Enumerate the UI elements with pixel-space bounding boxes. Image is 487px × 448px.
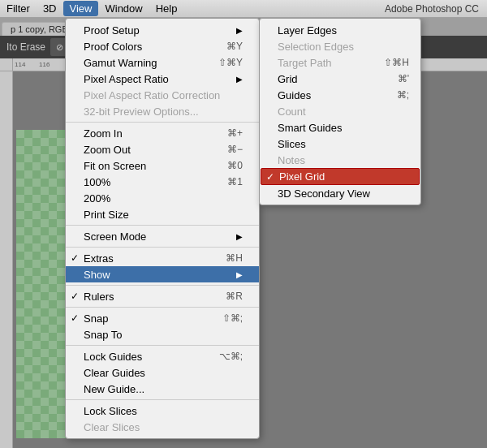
menu-item-rulers[interactable]: ✓ Rulers ⌘R <box>66 288 259 304</box>
shortcut-label: ⌘' <box>398 73 409 84</box>
menu-item-extras[interactable]: ✓ Extras ⌘H <box>66 250 259 266</box>
show-submenu: Layer Edges Selection Edges Target Path … <box>259 18 421 205</box>
menu-3d[interactable]: 3D <box>37 1 63 16</box>
menu-item-clear-guides[interactable]: Clear Guides <box>66 364 259 381</box>
menu-item-lock-guides[interactable]: Lock Guides ⌥⌘; <box>66 348 259 364</box>
shortcut-label: ⌘+ <box>227 127 243 139</box>
menu-item-pixel-aspect-correction: Pixel Aspect Ratio Correction <box>66 87 259 103</box>
submenu-item-label: Guides <box>278 89 311 101</box>
menu-window[interactable]: Window <box>98 1 149 16</box>
shortcut-label: ⇧⌘H <box>384 57 409 68</box>
menu-item-label: Proof Setup <box>84 24 140 37</box>
shortcut-label: ⌘H <box>226 252 243 264</box>
submenu-item-layer-edges[interactable]: Layer Edges <box>260 22 420 38</box>
submenu-item-smart-guides[interactable]: Smart Guides <box>260 119 420 136</box>
menu-item-label: Fit on Screen <box>84 160 146 172</box>
menu-item-label: Rulers <box>84 291 114 303</box>
menu-filter[interactable]: Filter <box>0 1 37 16</box>
submenu-item-label: Grid <box>278 73 298 85</box>
menu-item-label: Lock Guides <box>84 351 142 363</box>
check-icon: ✓ <box>266 171 274 183</box>
menu-item-200pct[interactable]: 200% <box>66 190 259 206</box>
divider <box>66 399 259 400</box>
submenu-item-target-path: Target Path ⇧⌘H <box>260 54 420 71</box>
menu-item-screen-mode[interactable]: Screen Mode ▶ <box>66 228 259 244</box>
shortcut-label: ⌥⌘; <box>219 351 243 362</box>
submenu-arrow-icon: ▶ <box>236 270 243 279</box>
menu-help[interactable]: Help <box>149 1 184 16</box>
menu-item-fit-screen[interactable]: Fit on Screen ⌘0 <box>66 157 259 174</box>
menu-bar: Filter 3D View Window Help Adobe Photosh… <box>0 0 487 18</box>
menu-item-label: Zoom In <box>84 127 123 140</box>
shortcut-label: ⌘0 <box>227 160 243 171</box>
menu-item-label: Pixel Aspect Ratio Correction <box>84 89 220 101</box>
menu-item-label: Zoom Out <box>84 144 131 156</box>
shortcut-label: ⌘− <box>227 144 243 155</box>
check-icon: ✓ <box>71 291 79 302</box>
menu-item-label: 100% <box>84 176 110 188</box>
menu-item-snap[interactable]: ✓ Snap ⇧⌘; <box>66 310 259 326</box>
ruler-corner <box>0 58 13 71</box>
menu-item-label: Lock Slices <box>84 405 137 417</box>
menu-item-label: Gamut Warning <box>84 57 157 69</box>
shortcut-label: ⌘; <box>397 89 409 101</box>
divider <box>66 285 259 286</box>
submenu-item-label: Smart Guides <box>278 122 342 134</box>
submenu-item-pixel-grid[interactable]: ✓ Pixel Grid <box>261 168 420 185</box>
check-icon: ✓ <box>71 312 79 324</box>
divider <box>66 225 259 226</box>
tool-name-label: Ito Erase <box>6 41 45 53</box>
menu-item-lock-slices[interactable]: Lock Slices <box>66 403 259 419</box>
submenu-arrow-icon: ▶ <box>236 26 243 35</box>
shortcut-label: ⇧⌘; <box>222 312 243 324</box>
submenu-item-label: Target Path <box>278 57 332 69</box>
submenu-item-grid[interactable]: Grid ⌘' <box>260 71 420 87</box>
submenu-item-count: Count <box>260 103 420 119</box>
menu-item-pixel-aspect-ratio[interactable]: Pixel Aspect Ratio ▶ <box>66 71 259 87</box>
submenu-item-label: Pixel Grid <box>279 170 325 183</box>
shortcut-label: ⌘R <box>226 291 243 302</box>
menu-item-clear-slices: Clear Slices <box>66 419 259 435</box>
menu-item-gamut-warning[interactable]: Gamut Warning ⇧⌘Y <box>66 54 259 71</box>
menu-item-label: Snap To <box>84 329 122 341</box>
menu-item-label: Snap <box>84 312 108 325</box>
menu-item-snap-to[interactable]: Snap To <box>66 326 259 342</box>
menu-item-show[interactable]: Show ▶ <box>66 266 259 282</box>
check-icon: ✓ <box>71 252 79 264</box>
menu-item-proof-colors[interactable]: Proof Colors ⌘Y <box>66 38 259 54</box>
menu-item-label: Screen Mode <box>84 230 146 243</box>
menu-item-new-guide[interactable]: New Guide... <box>66 381 259 397</box>
divider <box>66 122 259 123</box>
menu-item-label: Print Size <box>84 209 129 221</box>
menu-item-print-size[interactable]: Print Size <box>66 206 259 222</box>
menu-item-100pct[interactable]: 100% ⌘1 <box>66 174 259 190</box>
submenu-item-label: Notes <box>278 154 305 166</box>
menu-item-zoom-in[interactable]: Zoom In ⌘+ <box>66 125 259 141</box>
submenu-item-label: 3D Secondary View <box>278 187 370 200</box>
menu-item-32bit-preview: 32-bit Preview Options... <box>66 103 259 119</box>
app-title: Adobe Photoshop CC <box>385 3 487 15</box>
submenu-item-label: Count <box>278 106 306 118</box>
submenu-item-3d-secondary[interactable]: 3D Secondary View <box>260 185 420 201</box>
divider <box>66 307 259 308</box>
submenu-arrow-icon: ▶ <box>236 75 243 84</box>
menu-item-label: 32-bit Preview Options... <box>84 106 199 118</box>
submenu-item-guides[interactable]: Guides ⌘; <box>260 87 420 103</box>
menu-item-label: New Guide... <box>84 383 144 395</box>
menu-item-label: Clear Slices <box>84 421 140 433</box>
menu-item-zoom-out[interactable]: Zoom Out ⌘− <box>66 141 259 157</box>
menu-item-label: Clear Guides <box>84 367 145 379</box>
menu-item-label: Proof Colors <box>84 41 142 53</box>
submenu-item-slices[interactable]: Slices <box>260 136 420 152</box>
shortcut-label: ⌘Y <box>226 41 243 52</box>
menu-item-label: 200% <box>84 192 110 205</box>
menu-item-label: Pixel Aspect Ratio <box>84 73 169 85</box>
shortcut-label: ⌘1 <box>227 176 243 187</box>
menu-item-proof-setup[interactable]: Proof Setup ▶ <box>66 22 259 38</box>
submenu-item-label: Selection Edges <box>278 41 354 53</box>
submenu-item-label: Slices <box>278 138 306 150</box>
submenu-item-label: Layer Edges <box>278 24 337 37</box>
menu-item-label: Show <box>84 269 110 281</box>
shortcut-label: ⇧⌘Y <box>218 57 243 68</box>
menu-view[interactable]: View <box>63 1 99 16</box>
